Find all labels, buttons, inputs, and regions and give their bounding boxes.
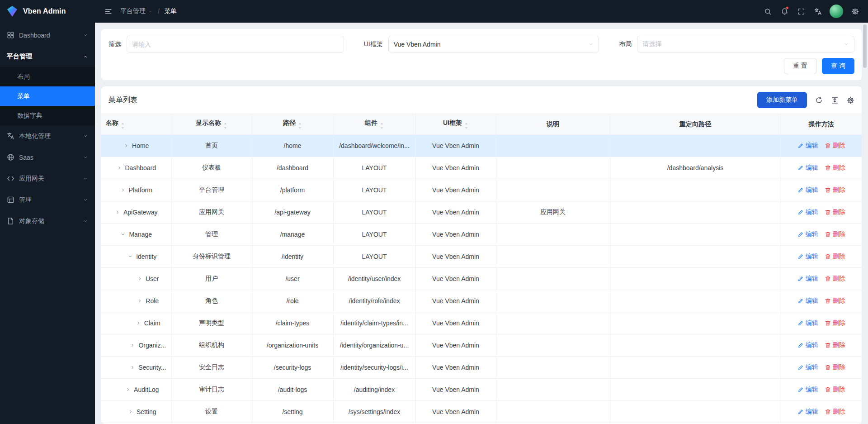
component-cell: /dashboard/welcome/in... (333, 135, 415, 157)
component-cell: LAYOUT (333, 224, 415, 246)
sidebar-subitem-dictionary[interactable]: 数据字典 (0, 106, 95, 125)
expand-toggle-icon[interactable] (120, 187, 126, 193)
delete-button[interactable]: 删除 (825, 164, 845, 172)
expand-toggle-icon[interactable] (128, 409, 133, 414)
fullscreen-icon[interactable] (794, 5, 808, 18)
expand-toggle-icon[interactable] (125, 387, 131, 392)
sidebar-subitem-layout[interactable]: 布局 (0, 67, 95, 86)
edit-button[interactable]: 编辑 (797, 164, 818, 172)
reset-button[interactable]: 重 置 (784, 58, 816, 74)
app-title: Vben Admin (23, 7, 66, 15)
edit-button[interactable]: 编辑 (797, 186, 818, 194)
column-header-1[interactable]: 显示名称 (171, 114, 252, 135)
sidebar-subitem-menu[interactable]: 菜单 (0, 86, 95, 106)
edit-button[interactable]: 编辑 (797, 386, 818, 394)
sidebar-item-manage[interactable]: 管理 (0, 189, 95, 210)
component-cell: LAYOUT (333, 157, 415, 179)
add-menu-button[interactable]: 添加新菜单 (757, 92, 807, 108)
sort-icons[interactable] (464, 122, 468, 129)
column-header-4[interactable]: UI框架 (415, 114, 496, 135)
delete-button[interactable]: 删除 (825, 208, 845, 216)
gateway-icon (7, 175, 14, 182)
delete-button[interactable]: 删除 (825, 142, 845, 150)
delete-button[interactable]: 删除 (825, 230, 845, 238)
sidebar-collapse-button[interactable] (101, 5, 115, 18)
filter-actions: 重 置 查 询 (108, 58, 854, 74)
query-button[interactable]: 查 询 (822, 58, 854, 74)
sort-icons[interactable] (121, 122, 125, 129)
expand-toggle-icon[interactable] (127, 254, 133, 259)
expand-toggle-icon[interactable] (117, 165, 122, 171)
edit-button[interactable]: 编辑 (797, 319, 818, 327)
expand-toggle-icon[interactable] (137, 298, 142, 304)
delete-button[interactable]: 删除 (825, 297, 845, 305)
sidebar-item-label: Saas (19, 154, 78, 161)
name-cell: Security... (101, 357, 171, 379)
path-cell: /api-gateway (252, 201, 333, 224)
page-scrollbar[interactable] (863, 24, 867, 422)
row-height-icon[interactable] (831, 96, 839, 104)
name-cell: ApiGateway (101, 201, 171, 224)
sort-icons[interactable] (380, 122, 384, 129)
delete-button[interactable]: 删除 (825, 386, 845, 394)
edit-button[interactable]: 编辑 (797, 208, 818, 216)
expand-toggle-icon[interactable] (136, 320, 141, 326)
sidebar-item-platform[interactable]: 平台管理 (0, 46, 95, 67)
edit-button[interactable]: 编辑 (797, 252, 818, 261)
framework-cell: Vue Vben Admin (415, 357, 496, 379)
column-header-0[interactable]: 名称 (101, 114, 171, 135)
sidebar-item-storage[interactable]: 对象存储 (0, 210, 95, 232)
edit-button[interactable]: 编辑 (797, 275, 818, 283)
sidebar-item-dashboard[interactable]: Dashboard (0, 24, 95, 46)
sidebar-submenu-platform: 布局菜单数据字典 (0, 67, 95, 125)
breadcrumb-item-platform[interactable]: 平台管理 (120, 7, 153, 15)
description-cell (496, 379, 610, 401)
expand-toggle-icon[interactable] (137, 276, 142, 281)
sidebar-item-localization[interactable]: 本地化管理 (0, 125, 95, 147)
delete-button[interactable]: 删除 (825, 186, 845, 194)
edit-button[interactable]: 编辑 (797, 341, 818, 349)
redirect-cell (610, 268, 781, 290)
table-settings-icon[interactable] (847, 96, 854, 104)
edit-button[interactable]: 编辑 (797, 297, 818, 305)
delete-button[interactable]: 删除 (825, 319, 845, 327)
delete-button[interactable]: 删除 (825, 363, 845, 372)
display-name-cell: 设置 (171, 401, 252, 423)
expand-toggle-icon[interactable] (115, 210, 120, 215)
refresh-icon[interactable] (815, 96, 823, 104)
sidebar-item-gateway[interactable]: 应用网关 (0, 168, 95, 189)
component-cell: /auditing/index (333, 379, 415, 401)
edit-label: 编辑 (806, 208, 818, 216)
edit-button[interactable]: 编辑 (797, 142, 818, 150)
path-cell: /audit-logs (252, 379, 333, 401)
scrollbar-thumb[interactable] (863, 24, 867, 68)
path-cell: /identity (252, 246, 333, 268)
user-avatar[interactable] (830, 5, 843, 18)
column-header-3[interactable]: 组件 (333, 114, 415, 135)
framework-select[interactable]: Vue Vben Admin (388, 36, 599, 52)
delete-button[interactable]: 删除 (825, 275, 845, 283)
translate-icon[interactable] (811, 5, 825, 18)
edit-button[interactable]: 编辑 (797, 230, 818, 238)
sidebar-item-saas[interactable]: Saas (0, 147, 95, 168)
edit-button[interactable]: 编辑 (797, 408, 818, 416)
actions-cell: 编辑删除 (781, 224, 862, 246)
filter-name-input[interactable] (127, 36, 344, 52)
table-row-platform: Platform平台管理/platformLAYOUTVue Vben Admi… (101, 179, 862, 201)
app-logo[interactable]: Vben Admin (0, 0, 95, 23)
notifications-button[interactable] (778, 5, 791, 18)
expand-toggle-icon[interactable] (123, 143, 129, 148)
edit-button[interactable]: 编辑 (797, 363, 818, 372)
sort-icons[interactable] (223, 122, 227, 129)
column-header-2[interactable]: 路径 (252, 114, 333, 135)
delete-button[interactable]: 删除 (825, 341, 845, 349)
expand-toggle-icon[interactable] (130, 365, 135, 370)
expand-toggle-icon[interactable] (120, 232, 126, 237)
expand-toggle-icon[interactable] (130, 343, 135, 348)
delete-button[interactable]: 删除 (825, 408, 845, 416)
search-icon[interactable] (761, 5, 774, 18)
sort-icons[interactable] (298, 122, 302, 129)
delete-button[interactable]: 删除 (825, 252, 845, 261)
settings-gear-icon[interactable] (848, 5, 862, 18)
layout-select[interactable]: 请选择 (637, 36, 854, 52)
